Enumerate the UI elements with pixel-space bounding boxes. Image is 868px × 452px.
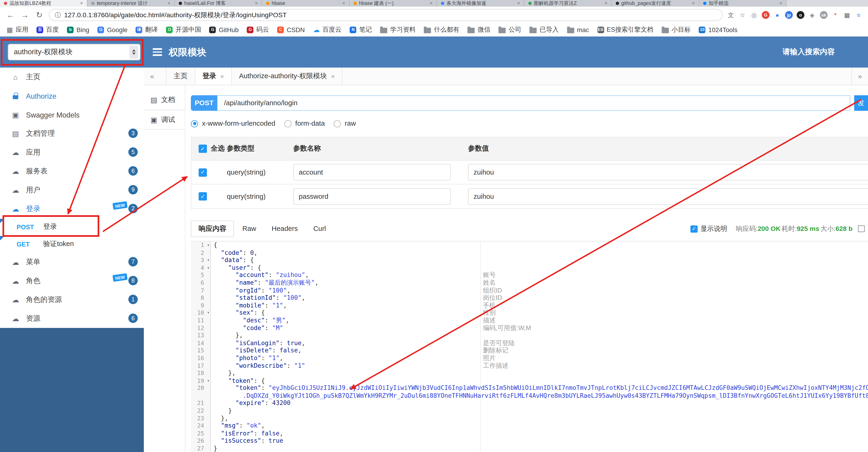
workspace-tab[interactable]: 登录× bbox=[195, 67, 232, 85]
back-icon[interactable]: ← bbox=[6, 10, 16, 19]
param-value-input[interactable]: zuihou bbox=[468, 164, 868, 180]
tab-close-icon[interactable]: × bbox=[342, 0, 345, 6]
bookmark-item[interactable]: mac bbox=[567, 26, 589, 33]
bookmark-item[interactable]: 译翻译 bbox=[136, 25, 158, 34]
tabs-scroll-right[interactable]: » bbox=[851, 67, 868, 85]
bookmark-item[interactable]: CCSDN bbox=[277, 26, 305, 33]
expand-icon[interactable] bbox=[858, 226, 865, 232]
sidebar-item[interactable]: ☁资源6 bbox=[0, 309, 144, 328]
fold-icon[interactable]: ▾ bbox=[207, 377, 210, 385]
tab-close-icon[interactable]: × bbox=[517, 0, 520, 6]
ext-grid-icon[interactable]: ▦ bbox=[843, 11, 851, 19]
browser-tab[interactable]: 知乎精选× bbox=[699, 0, 787, 7]
bookmark-item[interactable]: 什么都有 bbox=[424, 25, 459, 34]
module-select[interactable]: authority-权限模块 bbox=[8, 44, 141, 60]
tab-close-icon[interactable]: × bbox=[430, 0, 433, 6]
sidebar-item[interactable]: ☁服务表6 bbox=[0, 162, 144, 180]
ext-shield-icon[interactable]: ◈ bbox=[808, 11, 816, 19]
bookmark-item[interactable]: GGoogle bbox=[98, 26, 128, 33]
show-desc-checkbox[interactable]: ✓ bbox=[691, 225, 698, 232]
bookmark-item[interactable]: bBing bbox=[67, 26, 89, 33]
sidebar-item[interactable]: ☁角色的资源1 bbox=[0, 290, 144, 309]
sidebar-item[interactable]: ⌂主页 bbox=[0, 67, 144, 86]
sidebar-item[interactable]: Authorize bbox=[0, 86, 144, 105]
row-checkbox[interactable]: ✓ bbox=[198, 192, 207, 201]
sidebar-item[interactable]: ☁角色NEW8 bbox=[0, 272, 144, 290]
bookmark-item[interactable]: O开源中国 bbox=[166, 25, 201, 34]
sidebar-item[interactable]: ☁登录NEW2 bbox=[0, 199, 144, 218]
bookmark-item[interactable]: 百百度 bbox=[37, 25, 59, 34]
response-tab[interactable]: Raw bbox=[235, 220, 263, 237]
fold-icon[interactable]: ▾ bbox=[207, 256, 210, 264]
bookmark-item[interactable]: G码云 bbox=[247, 25, 269, 34]
doc-mode-tab[interactable]: ▣调试 bbox=[144, 110, 185, 130]
doc-mode-tab[interactable]: ▤文档 bbox=[144, 90, 185, 110]
bookmark-item[interactable]: 101024Tools bbox=[699, 26, 737, 33]
tab-close-icon[interactable]: × bbox=[255, 0, 258, 6]
body-type-radio[interactable]: raw bbox=[334, 120, 356, 127]
ext-google-icon[interactable]: G bbox=[762, 11, 769, 19]
fold-icon[interactable]: ▾ bbox=[207, 242, 210, 249]
browser-tab[interactable]: haoel/Lail.For 博客× bbox=[175, 0, 262, 7]
bookmark-item[interactable]: N笔记 bbox=[350, 25, 372, 34]
browser-tab[interactable]: 各大海外镜像加速× bbox=[437, 0, 524, 7]
tabs-scroll-left[interactable]: « bbox=[144, 67, 160, 85]
row-checkbox[interactable]: ✓ bbox=[198, 168, 207, 176]
url-field[interactable]: ⓘ 127.0.0.1:8760/api/gate/doc.html#/auth… bbox=[49, 9, 722, 21]
bookmark-item[interactable]: 小目标 bbox=[661, 25, 691, 34]
bookmark-item[interactable]: 已导入 bbox=[530, 25, 559, 34]
browser-tab[interactable]: github_pages发行速度× bbox=[612, 0, 699, 7]
bookmark-item[interactable]: ☁百度云 bbox=[313, 25, 342, 34]
ext-dark-icon[interactable]: o bbox=[797, 11, 804, 19]
bookmark-item[interactable]: ▦应用 bbox=[7, 25, 29, 34]
fold-icon[interactable]: ▾ bbox=[207, 264, 210, 272]
sidebar-subitem[interactable]: POST登录 bbox=[0, 218, 144, 235]
param-name-input[interactable]: password bbox=[293, 188, 451, 205]
bookmark-item[interactable]: GGitHub bbox=[210, 26, 239, 33]
tab-close-icon[interactable]: × bbox=[604, 0, 608, 6]
workspace-tab[interactable]: 主页 bbox=[166, 67, 195, 85]
browser-tab[interactable]: 图解机器学习算法Z× bbox=[524, 0, 612, 7]
browser-tab[interactable]: hbase 建表 (一)× bbox=[350, 0, 437, 7]
bookmark-star-icon[interactable]: ☆ bbox=[739, 11, 746, 19]
translate-icon[interactable]: 文 bbox=[727, 11, 735, 19]
menu-toggle-icon[interactable] bbox=[153, 49, 162, 56]
ext-sk-icon[interactable]: sk bbox=[820, 11, 828, 19]
param-name-input[interactable]: account bbox=[293, 164, 451, 180]
header-search[interactable]: 请输入搜索内容 bbox=[782, 47, 835, 57]
sidebar-item[interactable]: ▣Swagger Models bbox=[0, 105, 144, 124]
bookmark-item[interactable]: 微信 bbox=[468, 25, 491, 34]
sidebar-subitem[interactable]: GET验证token bbox=[0, 235, 144, 253]
sidebar-item[interactable]: ▤文档管理3 bbox=[0, 124, 144, 143]
bookmark-item[interactable]: 学习资料 bbox=[380, 25, 415, 34]
tab-close-icon[interactable]: × bbox=[331, 73, 335, 80]
ext-asterisk-icon[interactable]: * bbox=[832, 11, 839, 19]
sidebar-item[interactable]: ☁应用5 bbox=[0, 143, 144, 162]
param-value-input[interactable]: zuihou bbox=[468, 188, 868, 205]
ext-blue-dot-icon[interactable]: ● bbox=[773, 11, 781, 19]
ext-jp-icon[interactable]: jp bbox=[785, 11, 793, 19]
sidebar-item[interactable]: ☁菜单7 bbox=[0, 253, 144, 272]
bookmark-item[interactable]: 公司 bbox=[499, 25, 521, 34]
tab-close-icon[interactable]: × bbox=[692, 0, 695, 6]
fold-icon[interactable]: ▾ bbox=[207, 309, 210, 317]
select-all-checkbox[interactable]: ✓ bbox=[198, 144, 207, 153]
refresh-icon[interactable]: ↻ bbox=[34, 10, 44, 19]
browser-tab[interactable]: 温故知新LBZ4教程× bbox=[0, 0, 87, 7]
tab-close-icon[interactable]: × bbox=[80, 0, 83, 6]
response-editor[interactable]: 1▾{2 "code": 0,3▾ "data": {4▾ "user": {5… bbox=[191, 241, 868, 452]
sidebar-item[interactable]: ☁用户9 bbox=[0, 180, 144, 199]
response-tab[interactable]: 响应内容 bbox=[191, 220, 234, 237]
tab-close-icon[interactable]: × bbox=[220, 73, 224, 80]
tab-close-icon[interactable]: × bbox=[779, 0, 782, 6]
bookmark-item[interactable]: ESES搜索引擎文档 bbox=[597, 25, 653, 34]
send-button[interactable]: 发 bbox=[854, 95, 868, 111]
browser-menu-icon[interactable]: ≡ bbox=[855, 11, 862, 19]
body-type-radio[interactable]: x-www-form-urlencoded bbox=[191, 120, 275, 127]
browser-tab[interactable]: hbase× bbox=[262, 0, 350, 7]
response-tab[interactable]: Curl bbox=[306, 220, 333, 237]
forward-icon[interactable]: → bbox=[20, 10, 30, 19]
response-tab[interactable]: Headers bbox=[265, 220, 305, 237]
workspace-tab[interactable]: Authorize-authority-权限模块× bbox=[232, 67, 342, 85]
tab-close-icon[interactable]: × bbox=[167, 0, 170, 6]
